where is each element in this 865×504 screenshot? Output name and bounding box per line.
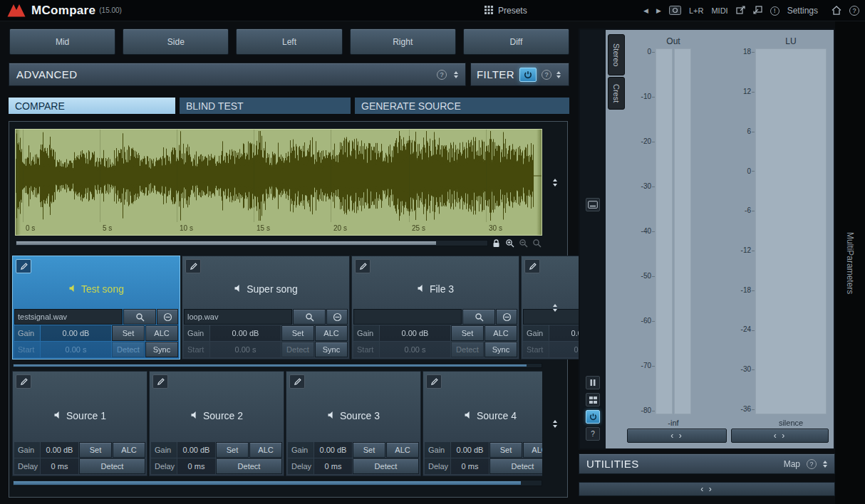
- filter-help-icon[interactable]: ?: [542, 70, 551, 80]
- previous-preset-icon[interactable]: ◀: [643, 7, 648, 14]
- delay-value[interactable]: 0 ms: [314, 458, 352, 474]
- waveform-resize-handle[interactable]: [545, 129, 565, 236]
- alc-button[interactable]: ALC: [523, 442, 542, 458]
- popout-window-icon[interactable]: [736, 6, 745, 16]
- filename-input[interactable]: [184, 309, 292, 325]
- alc-button[interactable]: ALC: [249, 442, 282, 458]
- tab-stereo[interactable]: Stereo: [608, 34, 625, 75]
- utilities-pan-bar[interactable]: ‹ ›: [579, 482, 835, 496]
- source-row-resize-handle[interactable]: [545, 371, 565, 476]
- out-meter-column-l[interactable]: [656, 48, 673, 414]
- remove-file-icon[interactable]: [496, 309, 517, 325]
- meter-help-icon[interactable]: ?: [586, 427, 600, 441]
- remove-file-icon[interactable]: [326, 309, 348, 325]
- start-value[interactable]: 0.00 s: [380, 342, 450, 357]
- detect-button[interactable]: Detect: [112, 342, 145, 357]
- file-slots-scrollbar[interactable]: [12, 363, 542, 368]
- browse-file-icon[interactable]: [293, 309, 326, 325]
- gain-value[interactable]: 0.00 dB: [177, 442, 215, 458]
- help-icon[interactable]: ?: [849, 6, 859, 16]
- set-button[interactable]: Set: [353, 442, 385, 458]
- set-button[interactable]: Set: [281, 325, 314, 341]
- utilities-help-icon[interactable]: ?: [807, 459, 817, 469]
- meter-readout-icon[interactable]: [586, 198, 600, 211]
- gain-value[interactable]: 0.00 dB: [314, 442, 352, 458]
- advanced-help-icon[interactable]: ?: [437, 70, 447, 80]
- zoom-out-icon[interactable]: [517, 238, 529, 248]
- gain-value[interactable]: 0.00 dB: [210, 325, 281, 341]
- lu-meter-column[interactable]: [755, 48, 827, 414]
- file-row-resize-handle[interactable]: [545, 256, 565, 359]
- detect-button[interactable]: Detect: [490, 458, 542, 474]
- alc-button[interactable]: ALC: [113, 442, 145, 458]
- tab-generate-source[interactable]: GENERATE SOURCE: [355, 98, 569, 114]
- start-value[interactable]: 0.00 s: [41, 342, 111, 357]
- ab-compare-icon[interactable]: [669, 6, 681, 16]
- home-icon[interactable]: [832, 6, 841, 16]
- channel-button-side[interactable]: Side: [123, 28, 229, 55]
- channel-button-left[interactable]: Left: [236, 28, 342, 55]
- delay-value[interactable]: 0 ms: [177, 458, 215, 474]
- source-slot-2[interactable]: Source 2 Gain 0.00 dB Set ALC Delay 0 ms…: [149, 371, 284, 476]
- utilities-section-header[interactable]: UTILITIES Map ?: [579, 453, 835, 474]
- map-button[interactable]: Map: [784, 459, 800, 469]
- zoom-fit-icon[interactable]: [531, 238, 542, 248]
- detect-button[interactable]: Detect: [451, 342, 484, 357]
- sync-button[interactable]: Sync: [315, 342, 348, 357]
- tab-compare[interactable]: COMPARE: [9, 98, 175, 114]
- source-slots-scrollbar[interactable]: [12, 480, 542, 486]
- out-meter-range-slider[interactable]: ‹ ›: [627, 429, 727, 443]
- sync-button[interactable]: Sync: [145, 342, 178, 357]
- advanced-collapse-icon[interactable]: [454, 71, 458, 78]
- alc-button[interactable]: ALC: [315, 325, 348, 341]
- filter-power-icon[interactable]: [519, 68, 537, 82]
- tab-blind-test[interactable]: BLIND TEST: [180, 98, 351, 114]
- alc-button[interactable]: ALC: [145, 325, 178, 341]
- meter-layout-icon[interactable]: [586, 393, 600, 406]
- tab-crest[interactable]: Crest: [608, 77, 625, 110]
- sync-button[interactable]: Sync: [485, 342, 517, 357]
- channel-mode-button[interactable]: L+R: [689, 6, 704, 15]
- file-slot-2[interactable]: Super song Gain 0.00 dB Set ALC Start 0.…: [182, 256, 350, 359]
- browse-file-icon[interactable]: [123, 309, 156, 325]
- settings-button[interactable]: Settings: [787, 6, 818, 16]
- source-slot-1[interactable]: Source 1 Gain 0.00 dB Set ALC Delay 0 ms…: [12, 371, 147, 476]
- filename-input[interactable]: [14, 309, 123, 325]
- waveform-scroll-thumb[interactable]: [16, 241, 436, 245]
- meter-power-icon[interactable]: [586, 410, 600, 424]
- filename-input[interactable]: [353, 309, 462, 325]
- detect-button[interactable]: Detect: [281, 342, 314, 357]
- midi-button[interactable]: MIDI: [711, 6, 727, 15]
- remove-file-icon[interactable]: [157, 309, 178, 325]
- zoom-in-icon[interactable]: [504, 238, 515, 248]
- source-slots-scroll-thumb[interactable]: [14, 481, 521, 485]
- set-button[interactable]: Set: [490, 442, 522, 458]
- lu-meter-range-slider[interactable]: ‹ ›: [731, 429, 829, 443]
- zoom-lock-icon[interactable]: [490, 238, 502, 248]
- pin-window-icon[interactable]: [753, 6, 762, 16]
- waveform-scrollbar[interactable]: [15, 240, 488, 246]
- alc-button[interactable]: ALC: [485, 325, 517, 341]
- start-value[interactable]: 0.00 s: [210, 342, 281, 357]
- next-preset-icon[interactable]: ▶: [656, 7, 661, 14]
- delay-value[interactable]: 0 ms: [41, 458, 78, 474]
- set-button[interactable]: Set: [79, 442, 112, 458]
- waveform-canvas[interactable]: [16, 130, 542, 221]
- notifications-icon[interactable]: !: [770, 6, 779, 16]
- presets-button[interactable]: Presets: [485, 0, 527, 21]
- filter-section-header[interactable]: FILTER ?: [470, 63, 569, 86]
- gain-value[interactable]: 0.00 dB: [451, 442, 489, 458]
- source-slot-3[interactable]: Source 3 Gain 0.00 dB Set ALC Delay 0 ms…: [286, 371, 421, 476]
- gain-value[interactable]: 0.00 dB: [41, 325, 111, 341]
- meter-pause-icon[interactable]: [586, 376, 600, 389]
- channel-button-mid[interactable]: Mid: [9, 28, 115, 55]
- waveform-display[interactable]: 0 s 5 s 10 s 15 s 20 s 25 s 30 s: [15, 129, 542, 236]
- filter-collapse-icon[interactable]: [556, 71, 561, 78]
- set-button[interactable]: Set: [112, 325, 145, 341]
- file-slot-3[interactable]: File 3 Gain 0.00 dB Set ALC Start 0.00 s…: [351, 256, 519, 359]
- detect-button[interactable]: Detect: [79, 458, 145, 474]
- advanced-section-header[interactable]: ADVANCED ?: [9, 63, 466, 86]
- utilities-collapse-icon[interactable]: [823, 461, 827, 468]
- browse-file-icon[interactable]: [462, 309, 495, 325]
- channel-button-right[interactable]: Right: [350, 28, 456, 55]
